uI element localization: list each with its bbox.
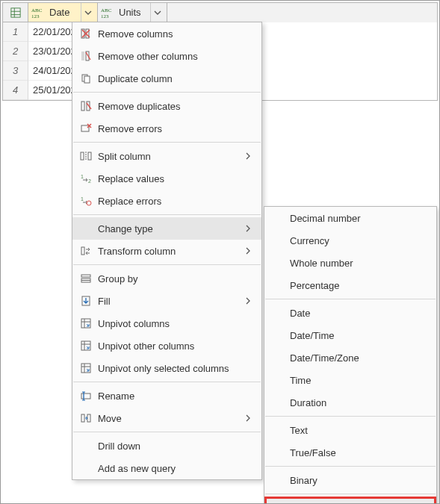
submenu-arrow-icon bbox=[245, 225, 251, 232]
menu-item-label: Move bbox=[95, 413, 245, 424]
column-header-units[interactable]: ABC 123Units bbox=[98, 3, 167, 22]
column-filter-dropdown[interactable] bbox=[81, 3, 94, 22]
type-item-time[interactable]: Time bbox=[264, 369, 436, 391]
type-item-binary[interactable]: Binary bbox=[264, 469, 436, 491]
menu-item-label: Remove other columns bbox=[95, 51, 254, 62]
type-abc123-icon: ABC 123 bbox=[101, 7, 116, 19]
menu-item-unpivot-columns[interactable]: Unpivot columns bbox=[72, 312, 261, 335]
transform-icon bbox=[80, 245, 92, 257]
svg-rect-17 bbox=[81, 102, 84, 111]
menu-item-transform-column[interactable]: Transform column bbox=[72, 240, 261, 262]
context-menu: Remove columnsRemove other columnsDuplic… bbox=[72, 22, 262, 480]
type-item-whole-number[interactable]: Whole number bbox=[264, 252, 436, 274]
submenu-arrow-icon bbox=[245, 152, 251, 160]
row-index[interactable]: 2 bbox=[3, 42, 28, 61]
svg-text:123: 123 bbox=[101, 13, 109, 19]
menu-item-remove-duplicates[interactable]: Remove duplicates bbox=[72, 95, 261, 117]
menu-item-label: Replace errors bbox=[95, 196, 254, 207]
menu-item-split-column[interactable]: Split column bbox=[72, 145, 261, 167]
svg-rect-22 bbox=[88, 152, 91, 160]
remove-err-icon bbox=[80, 122, 92, 134]
menu-item-label: Date bbox=[287, 308, 429, 319]
move-icon bbox=[80, 412, 92, 424]
column-header-date[interactable]: ABC 123Date bbox=[28, 3, 98, 22]
unpivot-icon bbox=[77, 362, 95, 374]
group-icon bbox=[80, 273, 92, 284]
menu-item-label: Duplicate column bbox=[95, 73, 254, 84]
row-index[interactable]: 3 bbox=[3, 61, 28, 81]
menu-item-unpivot-other-columns[interactable]: Unpivot other columns bbox=[72, 335, 261, 357]
menu-item-remove-other-columns[interactable]: Remove other columns bbox=[72, 45, 261, 67]
menu-separator bbox=[73, 142, 261, 143]
table-icon bbox=[10, 7, 21, 18]
submenu-arrow-icon bbox=[245, 297, 254, 305]
group-icon bbox=[77, 273, 95, 284]
menu-item-drill-down[interactable]: Drill down bbox=[72, 435, 261, 457]
type-item-date[interactable]: Date bbox=[264, 302, 436, 324]
column-name: Units bbox=[119, 7, 150, 18]
menu-item-label: Rename bbox=[95, 391, 254, 402]
type-item-text[interactable]: Text bbox=[264, 419, 436, 441]
grid-corner[interactable] bbox=[3, 3, 28, 22]
row-index[interactable]: 4 bbox=[3, 81, 28, 100]
menu-item-label: Remove columns bbox=[95, 28, 254, 40]
type-item-true-false[interactable]: True/False bbox=[264, 441, 436, 464]
menu-item-label: Transform column bbox=[95, 246, 245, 257]
rename-icon bbox=[77, 390, 95, 402]
menu-item-add-as-new-query[interactable]: Add as new query bbox=[72, 457, 261, 479]
submenu-arrow-icon bbox=[245, 297, 251, 305]
menu-item-duplicate-column[interactable]: Duplicate column bbox=[72, 67, 261, 90]
menu-item-label: Time bbox=[287, 375, 429, 386]
menu-item-remove-columns[interactable]: Remove columns bbox=[72, 22, 261, 45]
type-item-date-time[interactable]: Date/Time bbox=[264, 324, 436, 346]
type-item-using-locale[interactable]: Using locale… bbox=[264, 497, 436, 504]
svg-rect-46 bbox=[81, 414, 84, 422]
grid-header: ABC 123Date ABC 123Units bbox=[3, 3, 437, 22]
chevron-down-icon bbox=[84, 9, 92, 16]
menu-separator bbox=[265, 416, 436, 417]
svg-text:ABC: ABC bbox=[101, 7, 112, 13]
remove-col-icon bbox=[77, 28, 95, 40]
menu-item-label: Unpivot columns bbox=[95, 318, 254, 329]
unpivot-icon bbox=[77, 317, 95, 329]
menu-item-group-by[interactable]: Group by bbox=[72, 267, 261, 290]
menu-item-move[interactable]: Move bbox=[72, 407, 261, 429]
svg-text:1: 1 bbox=[81, 174, 84, 179]
type-item-decimal-number[interactable]: Decimal number bbox=[264, 207, 436, 229]
unpivot-icon bbox=[77, 340, 95, 352]
svg-rect-28 bbox=[81, 247, 84, 255]
menu-item-label: Date/Time/Zone bbox=[287, 352, 429, 364]
replace-err-icon: 1 bbox=[80, 195, 92, 207]
menu-item-label: Whole number bbox=[287, 258, 429, 269]
menu-item-unpivot-only-selected-columns[interactable]: Unpivot only selected columns bbox=[72, 357, 261, 379]
menu-item-change-type[interactable]: Change type bbox=[72, 217, 261, 240]
menu-item-remove-errors[interactable]: Remove errors bbox=[72, 117, 261, 140]
type-item-date-time-zone[interactable]: Date/Time/Zone bbox=[264, 346, 436, 369]
row-index[interactable]: 1 bbox=[3, 22, 28, 42]
svg-line-14 bbox=[86, 52, 90, 60]
menu-item-label: Replace values bbox=[95, 173, 254, 184]
menu-item-replace-errors[interactable]: 1Replace errors bbox=[72, 190, 261, 212]
type-item-duration[interactable]: Duration bbox=[264, 391, 436, 414]
menu-separator bbox=[73, 432, 261, 432]
menu-separator bbox=[265, 494, 436, 494]
menu-item-label: Drill down bbox=[95, 441, 254, 452]
menu-item-rename[interactable]: Rename bbox=[72, 385, 261, 407]
svg-rect-20 bbox=[81, 125, 89, 131]
svg-rect-12 bbox=[81, 52, 84, 60]
column-filter-dropdown[interactable] bbox=[150, 3, 164, 22]
chevron-down-icon bbox=[154, 9, 161, 16]
menu-item-replace-values[interactable]: 12Replace values bbox=[72, 167, 261, 190]
type-indicator[interactable]: ABC 123 bbox=[31, 7, 46, 19]
menu-item-label: Add as new query bbox=[95, 463, 254, 474]
menu-separator bbox=[73, 382, 261, 382]
type-item-percentage[interactable]: Percentage bbox=[264, 274, 436, 296]
menu-item-fill[interactable]: Fill bbox=[72, 290, 261, 312]
submenu-arrow-icon bbox=[245, 414, 254, 422]
menu-item-label: Date/Time bbox=[287, 330, 429, 341]
replace-err-icon: 1 bbox=[77, 195, 95, 207]
type-item-currency[interactable]: Currency bbox=[264, 229, 436, 252]
menu-separator bbox=[265, 299, 436, 299]
type-indicator[interactable]: ABC 123 bbox=[101, 7, 116, 19]
menu-item-label: Change type bbox=[95, 223, 245, 234]
